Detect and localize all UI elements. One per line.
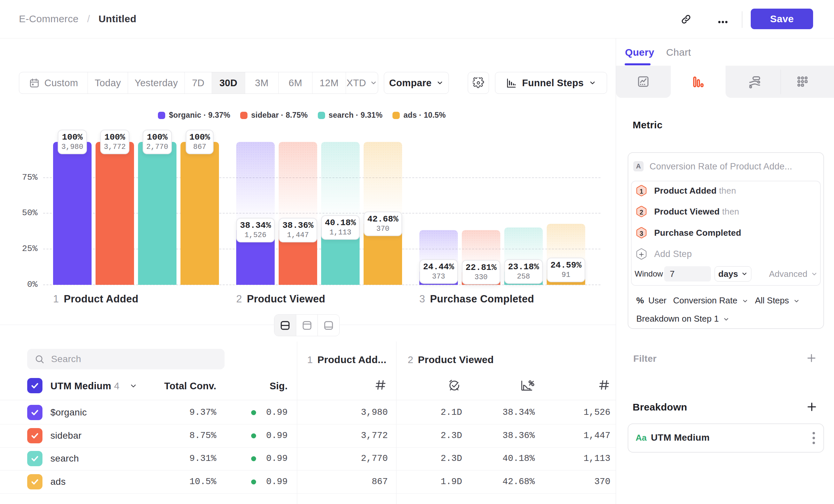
svg-text:2: 2 — [640, 209, 643, 216]
svg-text:3: 3 — [640, 230, 643, 237]
svg-text:1: 1 — [640, 188, 643, 195]
